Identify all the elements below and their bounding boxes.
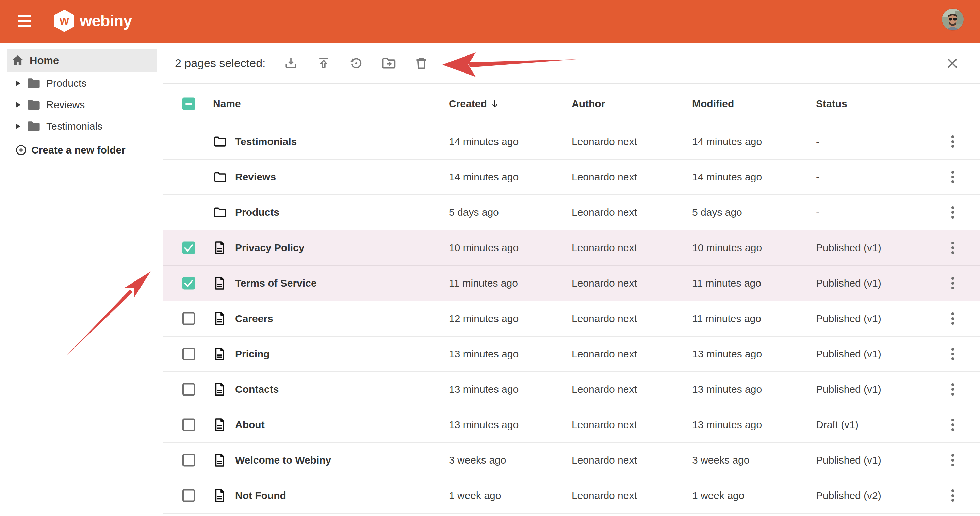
cell-modified: 14 minutes ago: [692, 171, 762, 183]
cell-status: Published (v1): [816, 277, 881, 289]
table-row[interactable]: Pricing 13 minutes ago Leonardo next 13 …: [163, 337, 980, 372]
cell-author: Leonardo next: [572, 171, 637, 183]
column-header-author: Author: [572, 98, 605, 110]
row-menu-button[interactable]: [947, 380, 959, 398]
cell-created: 13 minutes ago: [449, 419, 519, 430]
row-name: Privacy Policy: [235, 242, 304, 253]
table-body: Testimonials 14 minutes ago Leonardo nex…: [163, 124, 980, 514]
row-checkbox[interactable]: [182, 489, 195, 502]
home-icon: [11, 55, 24, 66]
row-checkbox[interactable]: [182, 277, 195, 290]
publish-icon: [316, 56, 331, 71]
row-menu-button[interactable]: [947, 203, 959, 221]
row-checkbox[interactable]: [182, 312, 195, 325]
cell-author: Leonardo next: [572, 384, 637, 395]
cell-status: Published (v1): [816, 242, 881, 253]
cell-created: 5 days ago: [449, 207, 499, 218]
brand-wordmark: webiny: [80, 11, 132, 30]
webiny-logo[interactable]: W: [54, 10, 74, 33]
cell-created: 10 minutes ago: [449, 242, 519, 253]
table-row[interactable]: Not Found 1 week ago Leonardo next 1 wee…: [163, 478, 980, 514]
cell-status: -: [816, 136, 819, 147]
menu-icon[interactable]: [18, 15, 33, 27]
row-checkbox[interactable]: [182, 454, 195, 467]
cell-author: Leonardo next: [572, 277, 637, 289]
row-checkbox[interactable]: [182, 383, 195, 396]
row-checkbox[interactable]: [182, 419, 195, 431]
content-area: 2 pages selected:: [163, 43, 980, 516]
table-row[interactable]: Privacy Policy 10 minutes ago Leonardo n…: [163, 231, 980, 266]
row-checkbox[interactable]: [182, 348, 195, 360]
folder-icon: [27, 120, 41, 132]
row-checkbox[interactable]: [182, 242, 195, 254]
row-menu-button[interactable]: [947, 416, 959, 434]
kebab-icon: [951, 135, 954, 138]
document-icon: [214, 382, 225, 396]
delete-button[interactable]: [414, 56, 429, 71]
sidebar-folder-item-reviews[interactable]: Reviews: [0, 94, 163, 115]
row-menu-button[interactable]: [947, 451, 959, 469]
row-menu-button[interactable]: [947, 239, 959, 257]
row-menu-button[interactable]: [947, 168, 959, 186]
table-row[interactable]: Welcome to Webiny 3 weeks ago Leonardo n…: [163, 443, 980, 478]
row-name: Contacts: [235, 384, 279, 395]
row-menu-button[interactable]: [947, 132, 959, 151]
table-row[interactable]: Careers 12 minutes ago Leonardo next 11 …: [163, 301, 980, 337]
bulk-actions-toolbar: 2 pages selected:: [163, 43, 980, 84]
publish-button[interactable]: [316, 56, 331, 71]
cell-author: Leonardo next: [572, 242, 637, 253]
download-icon: [283, 56, 298, 71]
cell-created: 13 minutes ago: [449, 384, 519, 395]
row-name: Reviews: [235, 171, 276, 183]
cell-status: Draft (v1): [816, 419, 859, 430]
user-avatar[interactable]: [942, 8, 964, 30]
restore-icon: [349, 56, 364, 71]
row-menu-button[interactable]: [947, 486, 959, 505]
table-row[interactable]: About 13 minutes ago Leonardo next 13 mi…: [163, 408, 980, 443]
sidebar-folder-label: Testimonials: [46, 121, 102, 132]
cell-modified: 5 days ago: [692, 207, 742, 218]
row-name: About: [235, 419, 265, 430]
table-row[interactable]: Reviews 14 minutes ago Leonardo next 14 …: [163, 160, 980, 195]
cell-author: Leonardo next: [572, 313, 637, 324]
row-name: Welcome to Webiny: [235, 454, 331, 466]
document-icon: [214, 241, 225, 255]
cell-modified: 11 minutes ago: [692, 277, 761, 289]
cell-author: Leonardo next: [572, 419, 637, 430]
download-button[interactable]: [283, 56, 298, 71]
kebab-icon: [951, 348, 954, 350]
cell-created: 12 minutes ago: [449, 313, 519, 324]
cell-created: 13 minutes ago: [449, 348, 519, 360]
row-menu-button[interactable]: [947, 309, 959, 328]
sidebar-folder-item-testimonials[interactable]: Testimonials: [0, 115, 163, 137]
table-row[interactable]: Contacts 13 minutes ago Leonardo next 13…: [163, 372, 980, 408]
kebab-icon: [951, 242, 954, 244]
cell-status: Published (v1): [816, 348, 881, 360]
restore-button[interactable]: [349, 56, 364, 71]
cell-created: 11 minutes ago: [449, 277, 518, 289]
move-button[interactable]: [382, 56, 396, 71]
select-all-checkbox[interactable]: [182, 98, 195, 110]
cell-author: Leonardo next: [572, 454, 637, 466]
plus-circle-icon: [15, 144, 27, 156]
sort-desc-icon: [490, 99, 499, 108]
column-header-created[interactable]: Created: [449, 98, 499, 110]
row-menu-button[interactable]: [947, 345, 959, 363]
create-folder-button[interactable]: Create a new folder: [0, 140, 163, 161]
sidebar-item-home[interactable]: Home: [7, 49, 157, 72]
sidebar-folder-item-products[interactable]: Products: [0, 73, 163, 94]
row-menu-button[interactable]: [947, 274, 959, 292]
caret-right-icon[interactable]: [16, 124, 21, 129]
row-name: Terms of Service: [235, 277, 317, 289]
column-header-status: Status: [816, 98, 847, 110]
kebab-icon: [951, 383, 954, 386]
caret-right-icon[interactable]: [16, 81, 21, 86]
cell-modified: 3 weeks ago: [692, 454, 749, 466]
table-row[interactable]: Testimonials 14 minutes ago Leonardo nex…: [163, 124, 980, 160]
table-row[interactable]: Products 5 days ago Leonardo next 5 days…: [163, 195, 980, 231]
table-row[interactable]: Terms of Service 11 minutes ago Leonardo…: [163, 266, 980, 301]
cell-author: Leonardo next: [572, 490, 637, 502]
close-selection-button[interactable]: [945, 56, 959, 71]
caret-right-icon[interactable]: [16, 102, 21, 108]
folder-icon: [27, 99, 41, 111]
